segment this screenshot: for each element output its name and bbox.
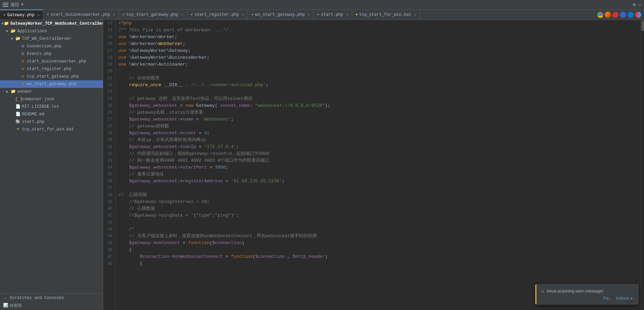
sidebar-item-start-bw[interactable]: ⚙ start_businessworker.php — [0, 58, 103, 65]
code-line: $connection->onWebSocketConnect = functi… — [118, 253, 638, 260]
safari-icon[interactable] — [635, 12, 641, 18]
php-circle-icon: ⊕ — [20, 44, 25, 49]
tab-close-icon[interactable]: ✕ — [346, 13, 348, 17]
top-bar: 项目 ▼ ⚙ — — [0, 0, 644, 10]
code-line: use \Workerman\Worker; — [118, 34, 638, 41]
minimize-icon[interactable]: — — [638, 2, 641, 8]
tab-start-businessworker[interactable]: ● start_businessworker.php ✕ — [43, 10, 119, 20]
php-file-icon: ● — [3, 13, 6, 17]
toast-actions-dropdown[interactable]: Actions ▼ — [616, 296, 633, 301]
sidebar-root-label: GatewayWorker_TCP_WebScoket_CentralServe… — [10, 21, 103, 26]
top-bar-left: 项目 ▼ — [3, 2, 23, 8]
scratch-icon: ✏ — [3, 295, 8, 301]
chrome-icon[interactable] — [597, 12, 603, 18]
bat-file-icon: ● — [356, 13, 358, 16]
code-line: $gateway_websocket->lanIp = '172.17.0.4'… — [118, 143, 638, 150]
code-line: /* — [118, 226, 638, 233]
tab-label: ws_start_gateway.php — [255, 12, 305, 17]
sidebar-item-readme[interactable]: 📄 README.md — [0, 111, 103, 118]
code-line — [118, 185, 638, 192]
code-line: { — [118, 260, 638, 267]
top-bar-right: ⚙ — — [633, 2, 641, 8]
sidebar-label: start_register.php — [27, 67, 72, 71]
sidebar-item-applications[interactable]: ▼ 📂 Applications — [0, 27, 103, 35]
toast-header: ⚠ lvirus.scanning.warn.message! — [541, 288, 633, 294]
sidebar-bottom-label: 外部库 — [10, 303, 22, 309]
gear-icon[interactable]: ⚙ — [633, 2, 635, 8]
bat-icon: ⌨ — [15, 127, 21, 132]
sidebar-item-external-lib[interactable]: 📊 外部库 — [0, 302, 103, 309]
sidebar-bottom: ✏ Scratches and Consoles 📊 外部库 — [0, 293, 103, 310]
code-content[interactable]: <?php /** This file is part of workerman… — [116, 20, 641, 310]
tab-close-icon[interactable]: ✕ — [37, 13, 40, 17]
code-line — [118, 68, 638, 75]
sidebar-item-events[interactable]: ⊕ Events.php — [0, 50, 103, 58]
sidebar-item-connection[interactable]: ⊕ Connection.php — [0, 43, 103, 50]
lib-icon: 📊 — [3, 303, 8, 308]
tab-close-icon[interactable]: ✕ — [242, 13, 244, 17]
code-line: $gateway->onConnect = function($connecti… — [118, 240, 638, 246]
tab-start-php[interactable]: ● start.php ✕ — [314, 10, 352, 20]
sidebar-item-root[interactable]: ▼ 📁 GatewayWorker_TCP_WebScoket_CentralS… — [0, 20, 103, 27]
php-icon: 🐘 — [15, 119, 21, 125]
sidebar-item-composer[interactable]: { } composer.json — [0, 95, 103, 103]
code-line: // gateway 进程，这里使用Text协议，可以用telnet测试 — [118, 95, 638, 102]
sidebar-label: tcp_start_for_win.bat — [22, 127, 74, 132]
opera-icon[interactable] — [612, 12, 619, 18]
code-line: $gateway_websocket->name = 'WebSocket'; — [118, 116, 638, 123]
tab-ws-start-gateway[interactable]: ● ws_start_gateway.php ✕ — [248, 10, 314, 20]
php-file-icon: ● — [251, 13, 253, 16]
tab-tcp-start-gateway[interactable]: ● tcp_start_gateway.php ✕ — [119, 10, 187, 20]
code-line: <?php — [118, 20, 638, 27]
sidebar-item-tcp-ws[interactable]: ▼ 📂 TCP_WS_CentralServer — [0, 35, 103, 43]
tab-label: start.php — [321, 12, 343, 17]
edge-icon[interactable] — [620, 12, 626, 18]
sidebar-item-start-php[interactable]: 🐘 start.php — [0, 118, 103, 126]
ie-icon[interactable] — [627, 12, 634, 18]
tab-close-icon[interactable]: ✕ — [414, 13, 416, 17]
code-line: use \Workerman\WebServer; — [118, 41, 638, 47]
tab-tcp-start-for-win[interactable]: ● tcp_start_for_win.bat ✕ — [352, 10, 420, 20]
json-icon: { } — [15, 96, 21, 102]
chevron-down-icon[interactable]: ▼ — [21, 3, 23, 7]
tab-start-register[interactable]: ● start_register.php ✕ — [187, 10, 248, 20]
sidebar-item-tcp-sg[interactable]: ⚙ tcp_start_gateway.php — [0, 73, 103, 80]
code-line — [118, 219, 638, 226]
code-line: { — [118, 246, 638, 253]
sidebar-item-start-reg[interactable]: ⚙ start_register.php — [0, 65, 103, 73]
editor-scrollbar[interactable] — [641, 20, 644, 310]
php-file-icon: ● — [122, 13, 124, 16]
tab-close-icon[interactable]: ✕ — [113, 13, 115, 17]
code-line: // 自动加载类 — [118, 75, 638, 82]
code-line: // 当客户端连接上来时，设置连接的onWebSocketConnect，即在w… — [118, 233, 638, 240]
tab-label: start_register.php — [194, 12, 239, 17]
sidebar-label: TCP_WS_CentralServer — [22, 36, 72, 41]
tab-close-icon[interactable]: ✕ — [308, 13, 310, 17]
hamburger-menu-icon[interactable] — [3, 3, 8, 7]
toast-fix-link[interactable]: Fix... — [603, 296, 612, 301]
sidebar-item-ws-sg[interactable]: ⚙ ws_start_gateway.php — [0, 80, 103, 88]
editor-area: 13 14 15 16 17 18 19 20 21 22 23 24 25 2… — [103, 20, 644, 310]
code-line: $gateway_websocket->startPort = 3000; — [118, 164, 638, 171]
folder-open-icon: 📂 — [15, 36, 21, 42]
tab-label: Gateway.php — [7, 13, 34, 18]
php-config-icon: ⚙ — [20, 74, 25, 79]
folder-icon: 📁 — [3, 21, 9, 26]
firefox-icon[interactable] — [605, 12, 611, 18]
sidebar-item-scratches[interactable]: ✏ Scratches and Consoles — [0, 294, 103, 302]
sidebar-item-mit[interactable]: 📄 MIT-LICENSE.txt — [0, 103, 103, 111]
sidebar-item-vendor[interactable]: ▶ 📁 vendor — [0, 88, 103, 95]
dropdown-arrow-icon: ▼ — [630, 297, 633, 300]
sidebar-label: start_businessworker.php — [27, 59, 86, 64]
line-numbers: 13 14 15 16 17 18 19 20 21 22 23 24 25 2… — [103, 20, 116, 310]
sidebar-label: tcp_start_gateway.php — [27, 74, 79, 79]
code-line: // 心跳数据 — [118, 205, 638, 212]
tab-gateway[interactable]: ● Gateway.php ✕ — [0, 10, 43, 20]
toast-actions-label: Actions — [616, 296, 629, 301]
tree-arrow-icon: ▼ — [6, 30, 10, 33]
sidebar-item-bat[interactable]: ⌨ tcp_start_for_win.bat — [0, 126, 103, 133]
code-line: use \GatewayWorker\Gateway; — [118, 47, 638, 54]
php-file-icon: ● — [47, 13, 49, 16]
tab-close-icon[interactable]: ✕ — [181, 13, 183, 17]
tab-label: tcp_start_gateway.php — [126, 12, 178, 17]
